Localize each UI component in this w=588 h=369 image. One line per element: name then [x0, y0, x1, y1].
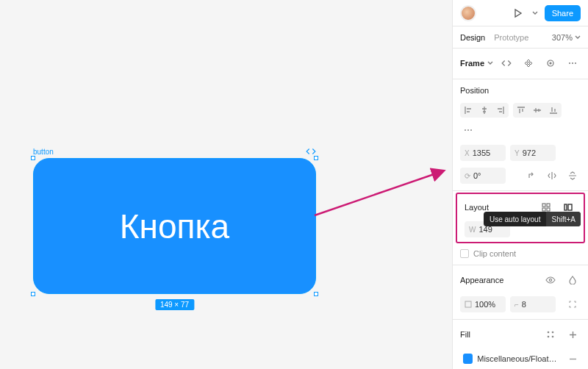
- align-more-icon[interactable]: [460, 122, 476, 138]
- position-section-header: Position: [453, 79, 588, 99]
- svg-rect-12: [547, 208, 550, 211]
- play-dropdown-icon[interactable]: [531, 5, 539, 21]
- svg-point-4: [572, 62, 573, 64]
- appearance-section-header: Appearance: [453, 265, 588, 293]
- clip-content-row: Clip content: [453, 248, 588, 265]
- align-left-icon[interactable]: [460, 103, 476, 118]
- align-bottom-icon[interactable]: [545, 103, 562, 118]
- svg-rect-9: [542, 204, 545, 207]
- tab-design[interactable]: Design: [460, 33, 485, 42]
- clip-content-checkbox[interactable]: Clip content: [460, 249, 516, 258]
- selected-frame-body[interactable]: Кнопка: [33, 158, 316, 294]
- align-vertical-group[interactable]: [513, 103, 562, 118]
- code-icon[interactable]: [498, 55, 514, 71]
- appearance-controls: 100% ⌐8: [453, 293, 588, 320]
- zoom-control[interactable]: 307%: [552, 33, 581, 42]
- align-hcenter-icon[interactable]: [476, 103, 492, 118]
- resize-handle-tr[interactable]: [314, 156, 318, 160]
- more-icon[interactable]: [564, 55, 581, 71]
- svg-rect-14: [568, 204, 572, 210]
- selection-label: button: [33, 148, 54, 156]
- selected-frame[interactable]: button Кнопка 149 × 77: [33, 158, 316, 294]
- layout-section: Layout W149 Use auto layout Shift+A: [456, 193, 585, 243]
- share-button[interactable]: Share: [545, 5, 581, 21]
- fill-style-name: Miscellaneous/Floatin...: [477, 354, 557, 363]
- svg-rect-13: [564, 204, 567, 210]
- resize-handle-br[interactable]: [314, 292, 318, 296]
- svg-point-5: [575, 62, 576, 64]
- svg-point-17: [548, 332, 550, 334]
- svg-point-3: [569, 62, 570, 64]
- align-right-icon[interactable]: [492, 103, 509, 118]
- svg-point-15: [549, 279, 551, 281]
- fill-styles-icon[interactable]: [542, 326, 559, 343]
- reset-icon[interactable]: [542, 55, 559, 71]
- resize-handle-bl[interactable]: [31, 292, 35, 296]
- opacity-field[interactable]: 100%: [460, 296, 506, 312]
- rotation-field[interactable]: ⟳ 0°: [460, 168, 506, 184]
- svg-rect-11: [542, 208, 545, 211]
- fill-style-chip[interactable]: Miscellaneous/Floatin...: [460, 351, 560, 367]
- code-icon: [306, 148, 316, 155]
- properties-panel: Share Design Prototype 307% Frame Positi…: [452, 0, 588, 369]
- panel-topbar: Share: [453, 0, 588, 26]
- frame-section-header: Frame: [453, 49, 588, 79]
- align-horizontal-group[interactable]: [460, 103, 509, 118]
- rotation-icon: ⟳: [465, 172, 470, 180]
- autolayout-tooltip: Use auto layout Shift+A: [484, 212, 581, 226]
- visibility-icon[interactable]: [542, 272, 559, 288]
- frame-type-dropdown[interactable]: Frame: [460, 59, 493, 68]
- tab-prototype[interactable]: Prototype: [494, 33, 528, 42]
- svg-line-0: [315, 171, 442, 215]
- zoom-value: 307%: [552, 33, 573, 42]
- fill-add-icon[interactable]: [564, 326, 581, 343]
- selection-dimensions-badge: 149 × 77: [155, 299, 194, 310]
- tooltip-text: Use auto layout: [484, 215, 547, 223]
- align-vcenter-icon[interactable]: [529, 103, 545, 118]
- tooltip-shortcut: Shift+A: [546, 212, 581, 226]
- panel-tabs: Design Prototype 307%: [453, 26, 588, 49]
- svg-rect-16: [465, 301, 471, 307]
- flip-v-icon[interactable]: [564, 168, 581, 184]
- svg-point-7: [467, 129, 469, 131]
- position-align-row: [453, 99, 588, 145]
- blend-icon[interactable]: [564, 272, 581, 288]
- annotation-arrow: [309, 165, 448, 221]
- y-field[interactable]: Y972: [510, 145, 556, 161]
- fill-row: Miscellaneous/Floatin...: [453, 347, 588, 369]
- svg-point-8: [470, 129, 472, 131]
- svg-point-19: [548, 336, 550, 338]
- avatar[interactable]: [460, 5, 476, 21]
- svg-point-20: [552, 336, 554, 338]
- flip-h-icon[interactable]: [544, 168, 560, 184]
- svg-rect-10: [547, 204, 550, 207]
- radius-field[interactable]: ⌐8: [510, 296, 556, 312]
- play-icon[interactable]: [509, 5, 526, 21]
- position-xy-row: X1355 Y972: [453, 145, 588, 168]
- x-field[interactable]: X1355: [460, 145, 506, 161]
- radius-expand-icon[interactable]: [564, 296, 581, 312]
- resize-handle-tl[interactable]: [31, 156, 35, 160]
- align-top-icon[interactable]: [513, 103, 529, 118]
- flip-90-icon[interactable]: [523, 168, 539, 184]
- svg-point-6: [465, 129, 466, 131]
- canvas[interactable]: button Кнопка 149 × 77: [0, 0, 452, 369]
- svg-point-18: [552, 332, 554, 334]
- frame-inner-text: Кнопка: [120, 207, 229, 246]
- fill-detach-icon[interactable]: [564, 351, 581, 367]
- fill-section-header: Fill: [453, 320, 588, 347]
- opacity-square-icon: [465, 301, 472, 308]
- position-rotation-row: ⟳ 0°: [453, 168, 588, 191]
- svg-point-2: [550, 62, 551, 64]
- fill-swatch: [463, 354, 473, 364]
- component-icon[interactable]: [520, 55, 537, 71]
